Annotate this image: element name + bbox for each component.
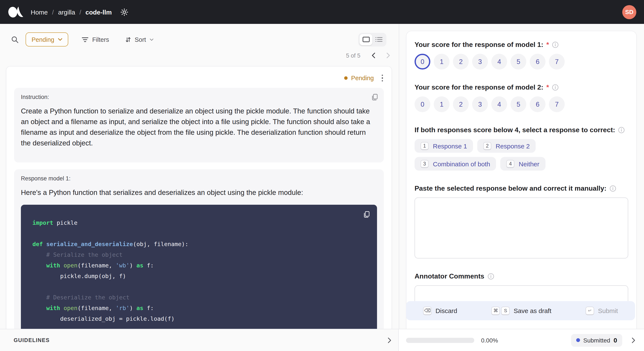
code-line: import pickle [32, 218, 370, 228]
prev-record-button[interactable] [369, 52, 378, 59]
rating-option-4[interactable]: 4 [491, 54, 507, 70]
discard-button[interactable]: ⌫ Discard [420, 306, 460, 316]
sort-icon [125, 36, 131, 42]
breadcrumb-home[interactable]: Home [31, 8, 48, 16]
guidelines-bar[interactable]: GUIDELINES [0, 329, 399, 351]
breadcrumb-separator: / [52, 8, 54, 16]
records-toolbar: Pending Filters [10, 32, 393, 46]
code-line: deserialized_obj = pickle.load(f) [32, 314, 370, 324]
question-form: Your score for the response of model 1: … [406, 31, 637, 329]
next-record-button[interactable] [384, 52, 393, 59]
label-option-text: Neither [519, 160, 540, 168]
submit-label: Submit [598, 307, 618, 314]
filters-label: Filters [92, 36, 109, 43]
app: Home / argilla / code-llm SD [0, 0, 644, 351]
response-label: Response model 1: [21, 175, 377, 182]
required-mark: * [546, 41, 549, 48]
copy-icon [372, 94, 378, 101]
rating-option-7[interactable]: 7 [549, 96, 565, 112]
copy-instruction-button[interactable] [370, 92, 379, 103]
copy-icon [364, 211, 370, 218]
rating-option-6[interactable]: 6 [530, 96, 546, 112]
record-menu-button[interactable] [379, 73, 386, 84]
info-icon[interactable] [618, 127, 625, 134]
navbar: Home / argilla / code-llm SD [0, 0, 644, 24]
label-option-combination-of-both[interactable]: 3Combination of both [414, 157, 496, 170]
expand-metrics-button[interactable] [629, 336, 638, 344]
rating-option-4[interactable]: 4 [491, 96, 507, 112]
filters-button[interactable]: Filters [79, 32, 112, 46]
info-icon[interactable] [552, 41, 559, 48]
rating-options: 01234567 [414, 54, 628, 70]
response-intro-text: Here's a Python function that serializes… [21, 187, 377, 198]
label-option-text: Response 1 [433, 142, 467, 150]
rating-option-2[interactable]: 2 [453, 96, 469, 112]
instruction-field: Instruction: Create a Python function to… [14, 88, 384, 162]
info-icon[interactable] [487, 273, 494, 280]
chevron-left-icon [372, 52, 375, 58]
card-view-icon [362, 37, 370, 42]
code-line [32, 282, 370, 292]
rating-option-3[interactable]: 3 [472, 54, 488, 70]
code-line: with open(filename, 'rb') as f: [32, 303, 370, 314]
action-bar: ⌫ Discard ⌘ S Save as draft ↵ Submit [406, 301, 635, 320]
chevron-right-icon [632, 337, 636, 343]
search-button[interactable] [10, 34, 20, 45]
record-card-header: Pending [6, 66, 392, 84]
question-title: If both responses score below 4, select … [414, 126, 615, 134]
label-option-response-1[interactable]: 1Response 1 [414, 139, 473, 153]
rating-options: 01234567 [414, 96, 628, 112]
argilla-logo [8, 6, 25, 18]
rating-option-5[interactable]: 5 [510, 96, 526, 112]
question-title: Your score for the response of model 2: [414, 84, 543, 91]
info-icon[interactable] [552, 84, 559, 91]
submitted-label: Submitted [583, 337, 610, 344]
label-option-neither[interactable]: 4Neither [500, 157, 546, 170]
code-line: def serialize_and_deserialize(obj, filen… [32, 239, 370, 250]
copy-code-button[interactable] [362, 210, 371, 220]
question-title: Annotator Comments [414, 272, 484, 280]
breadcrumb-workspace[interactable]: argilla [58, 8, 75, 16]
rating-option-5[interactable]: 5 [510, 54, 526, 70]
filter-icon [82, 37, 88, 42]
breadcrumb: Home / argilla / code-llm [31, 8, 112, 16]
question-select-response: If both responses score below 4, select … [414, 126, 628, 170]
dataset-settings-button[interactable] [118, 8, 131, 16]
rating-option-6[interactable]: 6 [530, 54, 546, 70]
question-title: Your score for the response of model 1: [414, 41, 543, 48]
rating-option-0[interactable]: 0 [414, 54, 430, 70]
label-option-response-2[interactable]: 2Response 2 [477, 139, 536, 153]
footer: GUIDELINES 0.00% Submitted 0 [0, 329, 644, 351]
shortcut-key: 2 [483, 142, 491, 150]
code-line [32, 228, 370, 239]
save-draft-button[interactable]: ⌘ S Save as draft [489, 306, 554, 316]
shortcut-key: 4 [506, 160, 514, 168]
submitted-counter: Submitted 0 [571, 334, 622, 346]
shortcut-key: 3 [420, 160, 428, 168]
rating-option-0[interactable]: 0 [414, 96, 430, 112]
view-toggle [358, 33, 386, 46]
code-line: pickle.dump(obj, f) [32, 271, 370, 282]
chevron-down-icon [58, 38, 62, 41]
rating-option-2[interactable]: 2 [453, 54, 469, 70]
corrected-response-textarea[interactable] [414, 198, 628, 258]
response-field: Response model 1: Here's a Python functi… [14, 169, 384, 329]
info-icon[interactable] [610, 185, 616, 192]
rating-option-3[interactable]: 3 [472, 96, 488, 112]
gear-icon [120, 8, 128, 16]
rating-option-7[interactable]: 7 [549, 54, 565, 70]
question-title: Paste the selected response below and co… [414, 185, 606, 192]
progress-bar [406, 338, 474, 343]
status-filter-dropdown[interactable]: Pending [26, 32, 68, 46]
rating-option-1[interactable]: 1 [434, 96, 450, 112]
sort-button[interactable]: Sort [122, 32, 156, 46]
rating-option-1[interactable]: 1 [434, 54, 450, 70]
avatar[interactable]: SD [622, 5, 636, 19]
label-option-text: Response 2 [496, 142, 530, 150]
submit-button[interactable]: ↵ Submit [583, 306, 620, 316]
code-content: import pickledef serialize_and_deseriali… [32, 218, 370, 324]
record-status-badge: Pending [344, 75, 374, 82]
list-view-button[interactable] [372, 34, 385, 45]
cmd-key-icon: ⌘ [492, 306, 500, 315]
card-view-button[interactable] [360, 34, 372, 45]
